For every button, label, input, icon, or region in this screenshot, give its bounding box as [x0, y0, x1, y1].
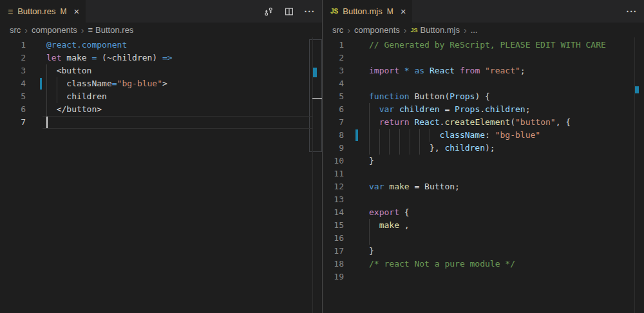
code-line[interactable]: 17} — [323, 245, 644, 258]
line-number[interactable]: 10 — [323, 155, 344, 167]
chevron-right-icon: › — [80, 25, 86, 35]
git-modified-gutter-marker[interactable] — [40, 78, 42, 90]
line-number[interactable]: 2 — [323, 52, 344, 64]
code-line[interactable]: 7 return React.createElement("button", { — [323, 116, 644, 129]
res-file-icon: ≡ — [8, 7, 13, 16]
code-text: }, children); — [369, 142, 495, 155]
code-lines[interactable]: 1@react.component2let make = (~children)… — [0, 37, 322, 313]
code-line[interactable]: 6 var children = Props.children; — [323, 103, 644, 116]
line-number[interactable]: 13 — [323, 193, 344, 206]
js-file-icon: JS — [411, 27, 418, 33]
line-number[interactable]: 8 — [323, 129, 344, 142]
code-lines[interactable]: 1// Generated by ReScript, PLEASE EDIT W… — [323, 37, 644, 313]
line-number[interactable]: 16 — [323, 232, 344, 245]
code-text: return React.createElement("button", { — [369, 116, 571, 129]
code-line[interactable]: 15 make , — [323, 219, 644, 232]
code-editor-mjs[interactable]: 1// Generated by ReScript, PLEASE EDIT W… — [323, 37, 644, 313]
line-number[interactable]: 12 — [323, 180, 344, 193]
code-text: var children = Props.children; — [369, 103, 531, 116]
code-text: /* react Not a pure module */ — [369, 258, 515, 270]
line-number[interactable]: 3 — [0, 64, 26, 77]
git-modified-badge: M — [60, 7, 66, 16]
code-line[interactable]: 3 <button — [0, 64, 322, 77]
line-number[interactable]: 4 — [0, 77, 26, 90]
line-number[interactable]: 14 — [323, 206, 344, 219]
line-number[interactable]: 7 — [0, 116, 26, 129]
code-line[interactable]: 4 className="bg-blue"> — [0, 77, 322, 90]
more-actions-icon[interactable]: ··· — [304, 6, 316, 17]
code-line[interactable]: 18/* react Not a pure module */ — [323, 258, 644, 270]
breadcrumb-item-src[interactable]: src — [10, 25, 21, 35]
split-editor-icon[interactable] — [283, 6, 295, 17]
close-icon[interactable]: × — [401, 6, 406, 16]
code-line[interactable]: 9 }, children); — [323, 142, 644, 155]
code-line[interactable]: 2let make = (~children) => — [0, 52, 322, 64]
code-text: let make = (~children) => — [46, 52, 173, 64]
code-line[interactable]: 3import * as React from "react"; — [323, 64, 644, 77]
overview-modified-marker — [635, 86, 639, 93]
line-number[interactable]: 6 — [323, 103, 344, 116]
current-line-highlight — [43, 116, 313, 129]
line-number[interactable]: 7 — [323, 116, 344, 129]
code-text: children — [46, 90, 107, 103]
code-line[interactable]: 11 — [323, 167, 644, 180]
line-number[interactable]: 5 — [0, 90, 26, 103]
code-line[interactable]: 8 className: "bg-blue" — [323, 129, 644, 142]
open-changes-icon[interactable] — [263, 6, 274, 17]
line-number[interactable]: 18 — [323, 258, 344, 270]
line-number[interactable]: 11 — [323, 167, 344, 180]
code-line[interactable]: 19 — [323, 270, 644, 283]
indent-guide — [369, 219, 370, 245]
indent-guide — [57, 77, 57, 103]
indent-guide — [46, 64, 47, 116]
line-number[interactable]: 2 — [0, 52, 26, 64]
git-modified-gutter-marker[interactable] — [355, 129, 358, 141]
breadcrumb-item-src[interactable]: src — [332, 25, 343, 35]
code-text: function Button(Props) { — [369, 90, 490, 103]
code-line[interactable]: 2 — [323, 52, 644, 64]
line-number[interactable]: 4 — [323, 77, 344, 90]
code-text: import * as React from "react"; — [369, 64, 526, 77]
res-file-icon: ≡ — [88, 25, 93, 35]
line-number[interactable]: 6 — [0, 103, 26, 116]
code-text: make , — [369, 219, 410, 232]
breadcrumb-item-file[interactable]: Button.res — [95, 25, 133, 35]
code-line[interactable]: 5function Button(Props) { — [323, 90, 644, 103]
more-actions-icon[interactable]: ··· — [626, 6, 638, 17]
code-line[interactable]: 14export { — [323, 206, 644, 219]
line-number[interactable]: 19 — [323, 270, 344, 283]
code-line[interactable]: 16 — [323, 232, 644, 245]
line-number[interactable]: 9 — [323, 142, 344, 155]
code-line[interactable]: 6 </button> — [0, 103, 322, 116]
chevron-right-icon: › — [462, 25, 468, 35]
line-number[interactable]: 1 — [0, 39, 26, 52]
indent-guide — [430, 129, 430, 142]
tab-bar-left: ≡ Button.res M × ··· — [0, 0, 322, 23]
line-number[interactable]: 17 — [323, 245, 344, 258]
code-line[interactable]: 13 — [323, 193, 644, 206]
code-line[interactable]: 1@react.component — [0, 39, 322, 52]
breadcrumb-item-components[interactable]: components — [354, 25, 400, 35]
tab-label: Button.mjs — [343, 6, 382, 16]
code-editor-res[interactable]: 1@react.component2let make = (~children)… — [0, 37, 322, 313]
tab-button-res[interactable]: ≡ Button.res M × — [0, 0, 86, 23]
text-cursor — [46, 117, 48, 128]
line-number[interactable]: 3 — [323, 64, 344, 77]
breadcrumb-item-components[interactable]: components — [32, 25, 77, 35]
line-number[interactable]: 15 — [323, 219, 344, 232]
code-line[interactable]: 5 children — [0, 90, 322, 103]
editor-group-left: ≡ Button.res M × ··· src › componen — [0, 0, 322, 313]
line-number[interactable]: 5 — [323, 90, 344, 103]
code-line[interactable]: 10} — [323, 155, 644, 167]
code-line[interactable]: 1// Generated by ReScript, PLEASE EDIT W… — [323, 39, 644, 52]
tab-button-mjs[interactable]: JS Button.mjs M × — [323, 0, 412, 23]
breadcrumb-item-file[interactable]: Button.mjs — [421, 25, 460, 35]
code-line[interactable]: 4 — [323, 77, 644, 90]
line-number[interactable]: 1 — [323, 39, 344, 52]
indent-guide — [389, 129, 390, 155]
code-line[interactable]: 12var make = Button; — [323, 180, 644, 193]
tab-label: Button.res — [17, 6, 55, 16]
breadcrumb-item-symbol-ellipsis[interactable]: ... — [471, 25, 478, 35]
vertical-scrollbar[interactable] — [309, 39, 322, 152]
close-icon[interactable]: × — [73, 6, 79, 16]
